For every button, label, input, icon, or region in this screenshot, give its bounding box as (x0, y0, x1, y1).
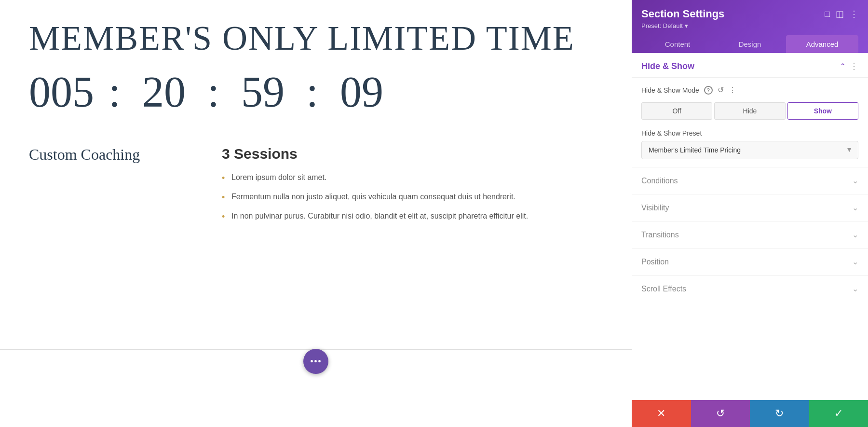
tab-content[interactable]: Content (641, 35, 714, 53)
countdown-minutes: 59 (234, 67, 292, 117)
fab-button[interactable]: ••• (303, 349, 328, 374)
visibility-section[interactable]: Visibility ⌄ (632, 194, 868, 221)
countdown-sep1: : (108, 67, 121, 117)
fab-dots: ••• (310, 356, 322, 367)
bottom-toolbar: ✕ ↺ ↻ ✓ (632, 400, 868, 427)
tab-design[interactable]: Design (714, 35, 786, 53)
mode-row: Hide & Show Mode ? ↺ ⋮ (641, 85, 858, 95)
save-icon: ✓ (834, 407, 843, 420)
preset-line: Preset: Default ▾ (641, 22, 858, 29)
transitions-chevron-icon: ⌄ (852, 230, 858, 239)
preset-select-wrapper: Member's Limited Time Pricing ▼ (641, 141, 858, 159)
conditions-chevron-icon: ⌄ (852, 176, 858, 185)
save-button[interactable]: ✓ (809, 400, 868, 427)
resize-icon[interactable]: □ (825, 9, 830, 19)
mode-label: Hide & Show Mode (641, 86, 699, 94)
section-more-icon[interactable]: ⋮ (850, 61, 858, 71)
cancel-button[interactable]: ✕ (632, 400, 691, 427)
tabs-row: Content Design Advanced (641, 35, 858, 53)
countdown-hours: 20 (135, 67, 193, 117)
transitions-title: Transitions (641, 231, 679, 239)
toggle-hide[interactable]: Hide (714, 102, 785, 120)
panel-header: Section Settings □ ◫ ⋮ Preset: Default ▾… (632, 0, 868, 53)
panel-body: Hide & Show ⌃ ⋮ Hide & Show Mode ? ↺ ⋮ O… (632, 53, 868, 400)
reset-icon[interactable]: ↺ (718, 85, 724, 95)
preset-row-label: Hide & Show Preset (641, 129, 858, 137)
scroll-effects-section[interactable]: Scroll Effects ⌄ (632, 275, 868, 302)
right-column: 3 Sessions Lorem ipsum dolor sit amet. F… (222, 146, 603, 230)
panel-header-icons: □ ◫ ⋮ (825, 9, 858, 19)
countdown-days: 005 (29, 67, 94, 117)
scroll-effects-chevron-icon: ⌄ (852, 284, 858, 293)
toggle-group: Off Hide Show (641, 102, 858, 120)
canvas-area: MEMBER'S ONLY LIMITED TIME 005 : 20 : 59… (0, 0, 632, 427)
main-heading: MEMBER'S ONLY LIMITED TIME (29, 19, 603, 57)
redo-button[interactable]: ↻ (750, 400, 809, 427)
toggle-show[interactable]: Show (787, 102, 858, 120)
section-header-row: Hide & Show ⌃ ⋮ (632, 53, 868, 78)
countdown-sep3: : (306, 67, 318, 117)
hide-show-title: Hide & Show (641, 61, 694, 71)
scroll-effects-title: Scroll Effects (641, 285, 686, 293)
redo-icon: ↻ (775, 407, 784, 420)
preset-select[interactable]: Member's Limited Time Pricing (641, 141, 858, 159)
tab-advanced[interactable]: Advanced (786, 35, 858, 53)
undo-icon: ↺ (716, 407, 725, 420)
sessions-title: 3 Sessions (222, 146, 603, 162)
transitions-section[interactable]: Transitions ⌄ (632, 221, 868, 248)
left-col-title: Custom Coaching (29, 146, 183, 164)
sidebar-panel: Section Settings □ ◫ ⋮ Preset: Default ▾… (632, 0, 868, 427)
collapse-icon[interactable]: ⌃ (840, 62, 846, 71)
toggle-off[interactable]: Off (641, 102, 712, 120)
hide-show-section: Hide & Show ⌃ ⋮ Hide & Show Mode ? ↺ ⋮ O… (632, 53, 868, 167)
more-options-icon[interactable]: ⋮ (850, 9, 858, 19)
conditions-section[interactable]: Conditions ⌄ (632, 167, 868, 194)
countdown-seconds: 09 (333, 67, 391, 117)
conditions-title: Conditions (641, 177, 678, 185)
position-section[interactable]: Position ⌄ (632, 248, 868, 275)
visibility-chevron-icon: ⌄ (852, 203, 858, 212)
list-item: In non pulvinar purus. Curabitur nisi od… (222, 210, 603, 222)
section-header-controls: ⌃ ⋮ (840, 61, 858, 71)
cancel-icon: ✕ (657, 407, 665, 420)
mode-more-icon[interactable]: ⋮ (729, 85, 736, 95)
two-column-layout: Custom Coaching 3 Sessions Lorem ipsum d… (29, 146, 603, 230)
list-item: Lorem ipsum dolor sit amet. (222, 172, 603, 183)
help-icon[interactable]: ? (704, 86, 713, 95)
hide-show-body: Hide & Show Mode ? ↺ ⋮ Off Hide Show Hid… (632, 78, 868, 167)
position-title: Position (641, 258, 669, 266)
countdown-sep2: : (207, 67, 219, 117)
undo-button[interactable]: ↺ (691, 400, 750, 427)
panel-title: Section Settings (641, 8, 724, 20)
list-item: Fermentum nulla non justo aliquet, quis … (222, 191, 603, 203)
bullet-list: Lorem ipsum dolor sit amet. Fermentum nu… (222, 172, 603, 222)
left-column: Custom Coaching (29, 146, 183, 230)
columns-icon[interactable]: ◫ (836, 9, 844, 19)
panel-header-top: Section Settings □ ◫ ⋮ (641, 8, 858, 20)
visibility-title: Visibility (641, 204, 669, 212)
position-chevron-icon: ⌄ (852, 257, 858, 266)
countdown-row: 005 : 20 : 59 : 09 (29, 67, 603, 117)
